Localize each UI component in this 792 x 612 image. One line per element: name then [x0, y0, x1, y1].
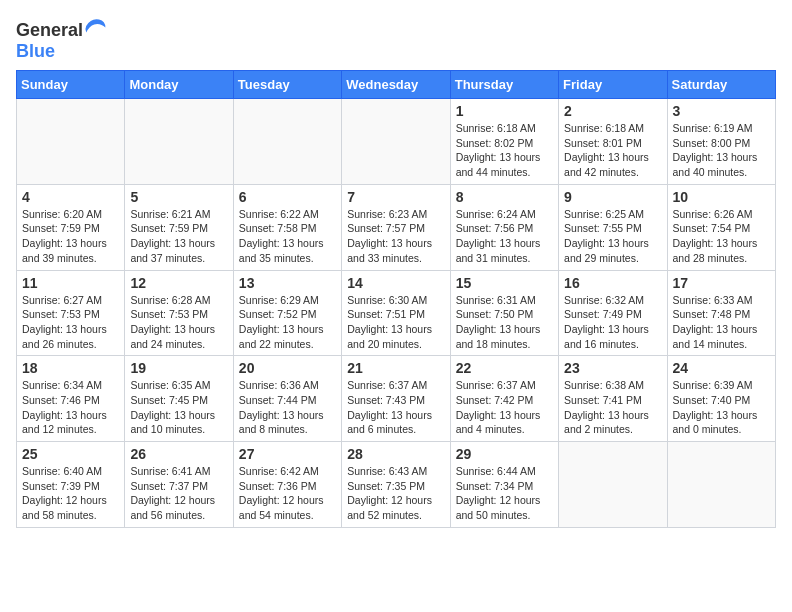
page-header: General Blue [16, 16, 776, 62]
day-info: Sunrise: 6:33 AMSunset: 7:48 PMDaylight:… [673, 293, 770, 352]
day-info: Sunrise: 6:38 AMSunset: 7:41 PMDaylight:… [564, 378, 661, 437]
day-info: Sunrise: 6:28 AMSunset: 7:53 PMDaylight:… [130, 293, 227, 352]
day-info: Sunrise: 6:44 AMSunset: 7:34 PMDaylight:… [456, 464, 553, 523]
day-number: 9 [564, 189, 661, 205]
day-info: Sunrise: 6:22 AMSunset: 7:58 PMDaylight:… [239, 207, 336, 266]
calendar-cell [233, 99, 341, 185]
day-number: 21 [347, 360, 444, 376]
calendar-cell: 28Sunrise: 6:43 AMSunset: 7:35 PMDayligh… [342, 442, 450, 528]
day-info: Sunrise: 6:35 AMSunset: 7:45 PMDaylight:… [130, 378, 227, 437]
calendar-week-row: 1Sunrise: 6:18 AMSunset: 8:02 PMDaylight… [17, 99, 776, 185]
header-day-wednesday: Wednesday [342, 71, 450, 99]
calendar-cell: 6Sunrise: 6:22 AMSunset: 7:58 PMDaylight… [233, 184, 341, 270]
day-info: Sunrise: 6:21 AMSunset: 7:59 PMDaylight:… [130, 207, 227, 266]
calendar-week-row: 11Sunrise: 6:27 AMSunset: 7:53 PMDayligh… [17, 270, 776, 356]
calendar-week-row: 25Sunrise: 6:40 AMSunset: 7:39 PMDayligh… [17, 442, 776, 528]
day-info: Sunrise: 6:42 AMSunset: 7:36 PMDaylight:… [239, 464, 336, 523]
day-info: Sunrise: 6:30 AMSunset: 7:51 PMDaylight:… [347, 293, 444, 352]
calendar-cell: 25Sunrise: 6:40 AMSunset: 7:39 PMDayligh… [17, 442, 125, 528]
logo: General Blue [16, 16, 107, 62]
calendar-cell: 10Sunrise: 6:26 AMSunset: 7:54 PMDayligh… [667, 184, 775, 270]
logo-blue: Blue [16, 41, 55, 61]
header-day-saturday: Saturday [667, 71, 775, 99]
calendar-cell [125, 99, 233, 185]
day-number: 3 [673, 103, 770, 119]
header-day-sunday: Sunday [17, 71, 125, 99]
day-info: Sunrise: 6:37 AMSunset: 7:43 PMDaylight:… [347, 378, 444, 437]
header-day-tuesday: Tuesday [233, 71, 341, 99]
day-info: Sunrise: 6:32 AMSunset: 7:49 PMDaylight:… [564, 293, 661, 352]
day-number: 16 [564, 275, 661, 291]
day-info: Sunrise: 6:20 AMSunset: 7:59 PMDaylight:… [22, 207, 119, 266]
day-info: Sunrise: 6:43 AMSunset: 7:35 PMDaylight:… [347, 464, 444, 523]
calendar-cell: 9Sunrise: 6:25 AMSunset: 7:55 PMDaylight… [559, 184, 667, 270]
day-number: 18 [22, 360, 119, 376]
header-day-monday: Monday [125, 71, 233, 99]
day-info: Sunrise: 6:24 AMSunset: 7:56 PMDaylight:… [456, 207, 553, 266]
calendar-cell: 5Sunrise: 6:21 AMSunset: 7:59 PMDaylight… [125, 184, 233, 270]
day-info: Sunrise: 6:34 AMSunset: 7:46 PMDaylight:… [22, 378, 119, 437]
day-info: Sunrise: 6:37 AMSunset: 7:42 PMDaylight:… [456, 378, 553, 437]
day-info: Sunrise: 6:41 AMSunset: 7:37 PMDaylight:… [130, 464, 227, 523]
day-info: Sunrise: 6:36 AMSunset: 7:44 PMDaylight:… [239, 378, 336, 437]
day-number: 28 [347, 446, 444, 462]
calendar-cell: 27Sunrise: 6:42 AMSunset: 7:36 PMDayligh… [233, 442, 341, 528]
day-number: 2 [564, 103, 661, 119]
day-number: 1 [456, 103, 553, 119]
day-number: 12 [130, 275, 227, 291]
calendar-cell: 12Sunrise: 6:28 AMSunset: 7:53 PMDayligh… [125, 270, 233, 356]
day-number: 23 [564, 360, 661, 376]
day-number: 22 [456, 360, 553, 376]
day-info: Sunrise: 6:23 AMSunset: 7:57 PMDaylight:… [347, 207, 444, 266]
day-info: Sunrise: 6:18 AMSunset: 8:02 PMDaylight:… [456, 121, 553, 180]
day-info: Sunrise: 6:40 AMSunset: 7:39 PMDaylight:… [22, 464, 119, 523]
day-info: Sunrise: 6:27 AMSunset: 7:53 PMDaylight:… [22, 293, 119, 352]
day-number: 26 [130, 446, 227, 462]
day-number: 4 [22, 189, 119, 205]
calendar-cell: 14Sunrise: 6:30 AMSunset: 7:51 PMDayligh… [342, 270, 450, 356]
day-number: 29 [456, 446, 553, 462]
day-info: Sunrise: 6:18 AMSunset: 8:01 PMDaylight:… [564, 121, 661, 180]
calendar-cell: 17Sunrise: 6:33 AMSunset: 7:48 PMDayligh… [667, 270, 775, 356]
logo-general: General [16, 20, 83, 40]
calendar-cell: 8Sunrise: 6:24 AMSunset: 7:56 PMDaylight… [450, 184, 558, 270]
calendar-cell: 13Sunrise: 6:29 AMSunset: 7:52 PMDayligh… [233, 270, 341, 356]
day-number: 19 [130, 360, 227, 376]
calendar-cell: 4Sunrise: 6:20 AMSunset: 7:59 PMDaylight… [17, 184, 125, 270]
header-day-friday: Friday [559, 71, 667, 99]
calendar-cell: 16Sunrise: 6:32 AMSunset: 7:49 PMDayligh… [559, 270, 667, 356]
day-info: Sunrise: 6:31 AMSunset: 7:50 PMDaylight:… [456, 293, 553, 352]
calendar-cell: 21Sunrise: 6:37 AMSunset: 7:43 PMDayligh… [342, 356, 450, 442]
day-number: 17 [673, 275, 770, 291]
calendar-cell: 2Sunrise: 6:18 AMSunset: 8:01 PMDaylight… [559, 99, 667, 185]
calendar-cell: 3Sunrise: 6:19 AMSunset: 8:00 PMDaylight… [667, 99, 775, 185]
calendar-cell: 19Sunrise: 6:35 AMSunset: 7:45 PMDayligh… [125, 356, 233, 442]
day-number: 20 [239, 360, 336, 376]
calendar-week-row: 18Sunrise: 6:34 AMSunset: 7:46 PMDayligh… [17, 356, 776, 442]
day-info: Sunrise: 6:26 AMSunset: 7:54 PMDaylight:… [673, 207, 770, 266]
calendar-cell: 15Sunrise: 6:31 AMSunset: 7:50 PMDayligh… [450, 270, 558, 356]
day-number: 5 [130, 189, 227, 205]
calendar-cell: 18Sunrise: 6:34 AMSunset: 7:46 PMDayligh… [17, 356, 125, 442]
calendar-cell: 11Sunrise: 6:27 AMSunset: 7:53 PMDayligh… [17, 270, 125, 356]
day-number: 24 [673, 360, 770, 376]
calendar-cell [342, 99, 450, 185]
day-info: Sunrise: 6:19 AMSunset: 8:00 PMDaylight:… [673, 121, 770, 180]
calendar-header-row: SundayMondayTuesdayWednesdayThursdayFrid… [17, 71, 776, 99]
calendar-cell [17, 99, 125, 185]
calendar-cell: 26Sunrise: 6:41 AMSunset: 7:37 PMDayligh… [125, 442, 233, 528]
logo-bird-icon [83, 16, 107, 36]
calendar-cell [667, 442, 775, 528]
day-number: 25 [22, 446, 119, 462]
day-number: 13 [239, 275, 336, 291]
day-number: 7 [347, 189, 444, 205]
calendar-cell: 7Sunrise: 6:23 AMSunset: 7:57 PMDaylight… [342, 184, 450, 270]
calendar-cell: 23Sunrise: 6:38 AMSunset: 7:41 PMDayligh… [559, 356, 667, 442]
day-info: Sunrise: 6:25 AMSunset: 7:55 PMDaylight:… [564, 207, 661, 266]
calendar-cell [559, 442, 667, 528]
day-number: 27 [239, 446, 336, 462]
day-number: 6 [239, 189, 336, 205]
day-number: 11 [22, 275, 119, 291]
day-number: 14 [347, 275, 444, 291]
day-number: 8 [456, 189, 553, 205]
